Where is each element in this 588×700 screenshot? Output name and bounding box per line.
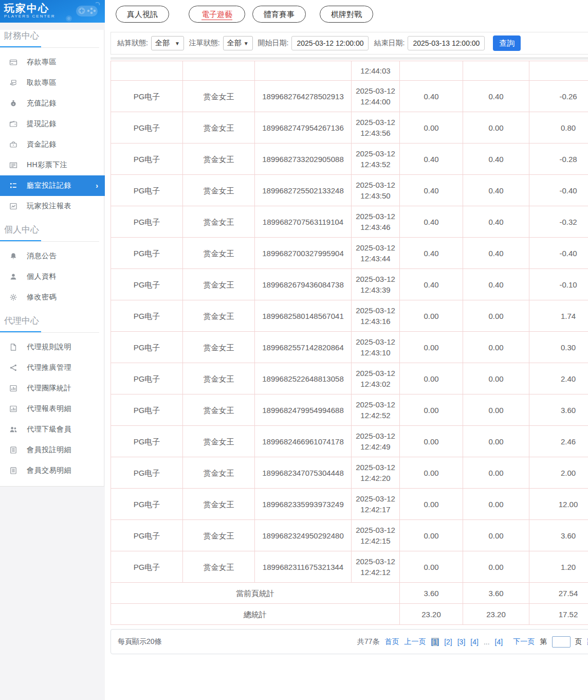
settle-status-select[interactable]: 全部 ▼ bbox=[151, 36, 184, 50]
sidebar-item-agent-report-detail[interactable]: 代理報表明細 bbox=[0, 399, 105, 419]
bet-amount-cell: 0.40 bbox=[400, 175, 463, 206]
sidebar-item-label: 廳室投註記錄 bbox=[27, 181, 71, 190]
ticket-icon bbox=[9, 161, 17, 169]
game-category-tabbar: 真人視訊電子遊藝體育賽事棋牌對戰 bbox=[111, 0, 588, 28]
sidebar-item-member-transaction-detail[interactable]: 會員交易明細 bbox=[0, 460, 105, 481]
sidebar-item-agent-sub-members[interactable]: 代理下級會員 bbox=[0, 419, 105, 440]
provider-cell: PG电子 bbox=[111, 426, 183, 457]
sidebar-item-personal-profile[interactable]: 個人資料 bbox=[0, 266, 105, 287]
query-button[interactable]: 查詢 bbox=[493, 35, 521, 51]
win-loss-cell: 2.46 bbox=[529, 426, 588, 457]
page-link[interactable]: [4] bbox=[495, 638, 503, 646]
page-link[interactable]: [3] bbox=[457, 638, 466, 646]
bet-amount-cell: 0.00 bbox=[400, 520, 463, 551]
game-cell: 赏金女王 bbox=[183, 175, 255, 206]
order-no-cell: 1899682747954267136 bbox=[255, 112, 352, 143]
provider-cell: PG电子 bbox=[111, 81, 183, 112]
valid-bet-cell: 0.00 bbox=[463, 426, 529, 457]
order-no-cell: 1899682733202905088 bbox=[255, 143, 352, 175]
sidebar-item-label: 修改密碼 bbox=[27, 293, 57, 302]
sidebar-item-agent-team-stats[interactable]: 代理團隊統計 bbox=[0, 378, 105, 399]
sidebar-item-recharge-records[interactable]: 充值記錄 bbox=[0, 93, 105, 114]
sidebar-item-label: 代理下級會員 bbox=[27, 425, 71, 434]
sidebar-item-withdraw-records[interactable]: 提現記錄 bbox=[0, 114, 105, 134]
valid-bet-cell: 0.40 bbox=[463, 143, 529, 175]
valid-bet-cell: 0.40 bbox=[463, 206, 529, 238]
start-date-input[interactable] bbox=[291, 36, 369, 50]
tab-live-video[interactable]: 真人視訊 bbox=[116, 6, 169, 23]
table-row: PG电子赏金女王18996823116753213442025-03-1212:… bbox=[111, 551, 588, 583]
section-underline bbox=[0, 240, 99, 242]
jump-page-input[interactable] bbox=[552, 636, 571, 648]
game-cell: 赏金女王 bbox=[183, 489, 255, 520]
time-cell: 2025-03-1212:42:15 bbox=[352, 520, 400, 551]
sidebar-item-agent-rules[interactable]: 代理規則說明 bbox=[0, 337, 105, 357]
tab-label: 真人視訊 bbox=[127, 9, 158, 20]
sidebar-item-withdraw-zone[interactable]: 取款專區 bbox=[0, 73, 105, 93]
valid-bet-cell: 0.00 bbox=[463, 112, 529, 143]
provider-cell: PG电子 bbox=[111, 457, 183, 489]
valid-bet-cell bbox=[463, 61, 529, 81]
page-link-current[interactable]: [1] bbox=[431, 638, 439, 646]
sidebar-item-label: 存款專區 bbox=[27, 58, 57, 67]
table-row: PG电子赏金女王18996827255021332482025-03-1212:… bbox=[111, 175, 588, 206]
bet-amount-cell: 0.00 bbox=[400, 551, 463, 583]
bet-amount-cell: 0.40 bbox=[400, 143, 463, 175]
sidebar-item-change-password[interactable]: 修改密碼 bbox=[0, 287, 105, 308]
time-cell: 2025-03-1212:43:52 bbox=[352, 143, 400, 175]
list-icon bbox=[9, 182, 17, 190]
provider-cell: PG电子 bbox=[111, 551, 183, 583]
bet-records-table: 12:44:03PG电子赏金女王18996827642785029132025-… bbox=[111, 61, 588, 625]
win-loss-cell: 1.74 bbox=[529, 300, 588, 332]
pager: 共77条 首页 上一页 [1][2][3][4]...[4] 下一页 第 页 跳… bbox=[357, 630, 588, 654]
bet-amount-cell: 3.60 bbox=[400, 583, 463, 604]
sidebar-item-label: 取款專區 bbox=[27, 78, 57, 87]
time-cell: 2025-03-1212:43:46 bbox=[352, 206, 400, 238]
order-status-select[interactable]: 全部 ▼ bbox=[223, 36, 253, 50]
page-link[interactable]: [2] bbox=[444, 638, 452, 646]
sidebar-item-player-bet-report[interactable]: 玩家投注報表 bbox=[0, 196, 105, 217]
sidebar-item-funds-records[interactable]: 資金記錄 bbox=[0, 134, 105, 155]
time-cell: 2025-03-1212:42:49 bbox=[352, 426, 400, 457]
chart-bar-icon bbox=[9, 384, 17, 392]
sidebar-item-member-bet-detail[interactable]: 會員投註明細 bbox=[0, 440, 105, 460]
game-cell: 赏金女王 bbox=[183, 112, 255, 143]
bet-amount-cell: 0.00 bbox=[400, 112, 463, 143]
sidebar-item-room-bet-records[interactable]: 廳室投註記錄› bbox=[0, 175, 105, 196]
sidebar-item-hh-lottery-bets[interactable]: HH彩票下注 bbox=[0, 155, 105, 175]
sidebar-item-deposit-zone[interactable]: 存款專區 bbox=[0, 52, 105, 73]
tab-electronic-games[interactable]: 電子遊藝 bbox=[189, 6, 245, 23]
sidebar-item-announcements[interactable]: 消息公告 bbox=[0, 246, 105, 266]
provider-cell: PG电子 bbox=[111, 363, 183, 394]
page-link[interactable]: [4] bbox=[470, 638, 479, 646]
end-date-input[interactable] bbox=[408, 36, 485, 50]
valid-bet-cell: 0.00 bbox=[463, 489, 529, 520]
table-row: PG电子赏金女王18996826794360847382025-03-1212:… bbox=[111, 269, 588, 300]
provider-cell: PG电子 bbox=[111, 269, 183, 300]
chart-box-icon bbox=[9, 202, 17, 210]
sidebar-item-agent-promotion[interactable]: 代理推廣管理 bbox=[0, 357, 105, 378]
game-cell: 赏金女王 bbox=[183, 206, 255, 238]
time-cell: 2025-03-1212:43:56 bbox=[352, 112, 400, 143]
main-content: 真人視訊電子遊藝體育賽事棋牌對戰 結算狀態: 全部 ▼ 注單狀態: 全部 ▼ 開… bbox=[111, 0, 588, 654]
first-page-link[interactable]: 首页 bbox=[385, 637, 399, 647]
time-cell: 12:44:03 bbox=[352, 61, 400, 81]
valid-bet-cell: 0.00 bbox=[463, 551, 529, 583]
prev-page-link[interactable]: 上一页 bbox=[405, 637, 426, 647]
sidebar-item-label: 會員交易明細 bbox=[27, 466, 71, 475]
bell-icon bbox=[9, 252, 17, 260]
doc-icon bbox=[9, 343, 17, 351]
tab-board-card-battle[interactable]: 棋牌對戰 bbox=[320, 6, 373, 23]
card-icon bbox=[9, 58, 17, 66]
provider-cell: PG电子 bbox=[111, 489, 183, 520]
user-icon bbox=[9, 273, 17, 281]
sidebar-section-title: 財務中心 bbox=[4, 30, 104, 42]
tab-sports-events[interactable]: 體育賽事 bbox=[252, 6, 306, 23]
bet-amount-cell: 0.00 bbox=[400, 394, 463, 426]
total-count-text: 共77条 bbox=[357, 637, 380, 647]
clipboard-icon bbox=[9, 446, 17, 454]
valid-bet-cell: 0.00 bbox=[463, 300, 529, 332]
game-cell: 赏金女王 bbox=[183, 269, 255, 300]
win-loss-cell: -0.26 bbox=[529, 81, 588, 112]
next-page-link[interactable]: 下一页 bbox=[513, 637, 535, 647]
